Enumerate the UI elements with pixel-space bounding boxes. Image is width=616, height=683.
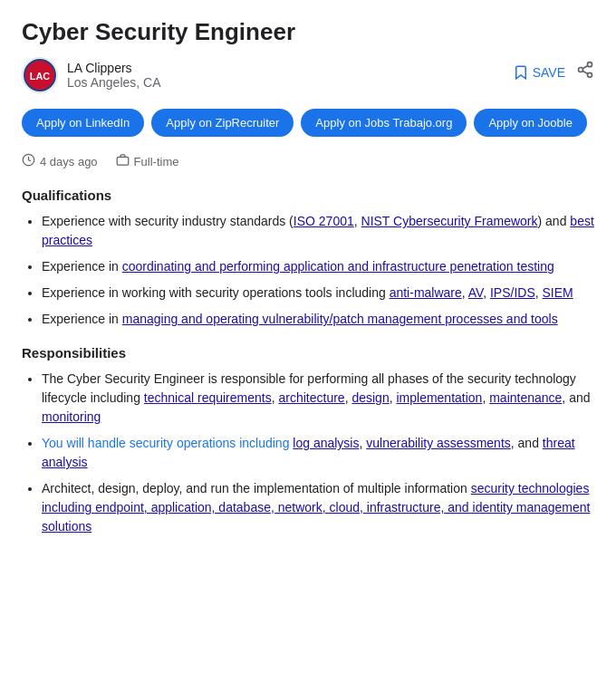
posted-time-label: 4 days ago bbox=[40, 155, 98, 168]
list-item: Experience in managing and operating vul… bbox=[42, 310, 594, 329]
implementation-link[interactable]: implementation bbox=[396, 390, 482, 405]
company-logo: LAC bbox=[22, 57, 58, 93]
company-info: LAC LA Clippers Los Angeles, CA bbox=[22, 57, 161, 93]
job-title: Cyber Security Engineer bbox=[22, 18, 594, 46]
svg-line-6 bbox=[582, 66, 588, 69]
apply-buttons-row: Apply on LinkedIn Apply on ZipRecruiter … bbox=[22, 106, 594, 139]
list-item: The Cyber Security Engineer is responsib… bbox=[42, 370, 594, 427]
company-name: LA Clippers bbox=[67, 61, 161, 75]
svg-text:LAC: LAC bbox=[30, 71, 51, 82]
nist-link[interactable]: NIST Cybersecurity Framework bbox=[361, 214, 538, 228]
ips-ids-link[interactable]: IPS/IDS bbox=[490, 285, 535, 300]
bookmark-icon bbox=[513, 64, 529, 81]
list-item: Experience in working with security oper… bbox=[42, 284, 594, 303]
design-link[interactable]: design bbox=[351, 390, 389, 405]
briefcase-svg bbox=[116, 153, 130, 167]
apply-trabajo-button[interactable]: Apply on Jobs Trabajo.org bbox=[301, 109, 467, 137]
svg-rect-8 bbox=[117, 158, 129, 166]
qualifications-section: Qualifications Experience with security … bbox=[22, 188, 594, 329]
av-link[interactable]: AV bbox=[468, 285, 483, 300]
responsibilities-title: Responsibilities bbox=[22, 345, 594, 361]
apply-linkedin-button[interactable]: Apply on LinkedIn bbox=[22, 109, 144, 137]
briefcase-icon bbox=[116, 153, 130, 169]
job-type: Full-time bbox=[116, 153, 179, 169]
list-item: You will handle security operations incl… bbox=[42, 434, 594, 472]
clock-icon bbox=[22, 153, 35, 169]
architecture-link[interactable]: architecture bbox=[278, 390, 344, 405]
save-button[interactable]: SAVE bbox=[513, 64, 565, 81]
vuln-assessments-link[interactable]: vulnerability assessments bbox=[366, 436, 511, 450]
share-button[interactable] bbox=[576, 61, 594, 83]
apply-ziprecruiter-button[interactable]: Apply on ZipRecruiter bbox=[151, 109, 294, 137]
security-tech-link[interactable]: security technologies including endpoint… bbox=[42, 481, 591, 534]
svg-point-3 bbox=[579, 68, 583, 72]
posted-time: 4 days ago bbox=[22, 153, 98, 169]
siem-link[interactable]: SIEM bbox=[543, 285, 573, 300]
clock-svg bbox=[22, 153, 35, 167]
meta-row: 4 days ago Full-time bbox=[22, 153, 594, 169]
apply-jooble-button[interactable]: Apply on Jooble bbox=[474, 109, 587, 137]
penetration-testing-link[interactable]: coordinating and performing application … bbox=[122, 259, 554, 274]
list-item: Experience in coordinating and performin… bbox=[42, 257, 594, 276]
maintenance-link[interactable]: maintenance bbox=[489, 390, 562, 405]
svg-line-5 bbox=[582, 71, 588, 73]
svg-point-4 bbox=[588, 73, 592, 78]
list-item: Experience with security industry standa… bbox=[42, 212, 594, 250]
svg-point-2 bbox=[588, 63, 592, 67]
qualifications-title: Qualifications bbox=[22, 188, 594, 203]
anti-malware-link[interactable]: anti-malware bbox=[390, 285, 462, 300]
company-text: LA Clippers Los Angeles, CA bbox=[67, 61, 161, 90]
list-item: Architect, design, deploy, and run the i… bbox=[42, 479, 594, 536]
iso-link[interactable]: ISO 27001 bbox=[294, 214, 354, 228]
header-actions: SAVE bbox=[513, 57, 594, 83]
qualifications-list: Experience with security industry standa… bbox=[22, 212, 594, 329]
responsibilities-list: The Cyber Security Engineer is responsib… bbox=[22, 370, 594, 536]
company-location: Los Angeles, CA bbox=[67, 75, 161, 90]
responsibilities-section: Responsibilities The Cyber Security Engi… bbox=[22, 345, 594, 536]
share-icon bbox=[576, 61, 594, 79]
log-analysis-link[interactable]: log analysis bbox=[293, 436, 359, 450]
tech-req-link[interactable]: technical requirements bbox=[144, 390, 272, 405]
save-label: SAVE bbox=[533, 65, 565, 80]
monitoring-link[interactable]: monitoring bbox=[42, 409, 101, 424]
job-type-label: Full-time bbox=[134, 155, 179, 168]
header-row: LAC LA Clippers Los Angeles, CA SAVE bbox=[22, 57, 594, 93]
vuln-patch-link[interactable]: managing and operating vulnerability/pat… bbox=[122, 312, 558, 326]
